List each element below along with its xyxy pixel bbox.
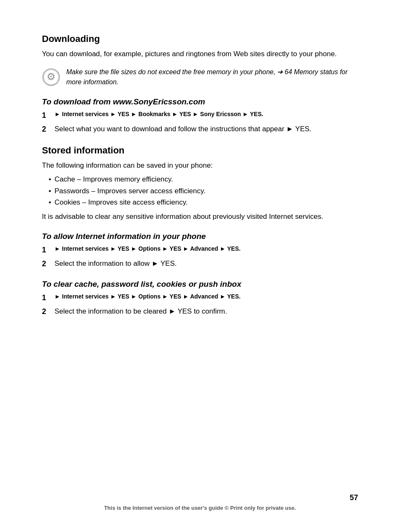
- bullet-item-3: Cookies – Improves site access efficienc…: [49, 197, 358, 208]
- step-2: 2 Select what you want to download and f…: [42, 124, 358, 135]
- step-1-content: ► Internet services ► YES ► Bookmarks ► …: [55, 110, 263, 119]
- main-body: You can download, for example, pictures …: [42, 49, 358, 60]
- section-clear-cache-steps: 1 ► Internet services ► YES ► Options ► …: [42, 292, 358, 317]
- clear-step-2-content: Select the information to be cleared ► Y…: [55, 306, 227, 317]
- allow-step-number-2: 2: [42, 258, 51, 270]
- section-allow-internet-steps: 1 ► Internet services ► YES ► Options ► …: [42, 244, 358, 270]
- allow-step-1: 1 ► Internet services ► YES ► Options ► …: [42, 244, 358, 256]
- allow-step-2-content: Select the information to allow ► YES.: [55, 258, 177, 269]
- stored-info-body: The following information can be saved i…: [42, 160, 358, 171]
- clear-step-2: 2 Select the information to be cleared ►…: [42, 306, 358, 317]
- main-title-block: Downloading You can download, for exampl…: [42, 34, 358, 87]
- section-allow-internet-title: To allow Internet information in your ph…: [42, 232, 358, 241]
- allow-step-1-content: ► Internet services ► YES ► Options ► YE…: [55, 244, 241, 253]
- section-download-sony: To download from www.SonyEricsson.com 1 …: [42, 97, 358, 135]
- allow-step-2: 2 Select the information to allow ► YES.: [42, 258, 358, 270]
- note-box: ⚙ Make sure the file sizes do not exceed…: [42, 67, 358, 87]
- step-number-1: 1: [42, 110, 51, 121]
- clear-step-1-content: ► Internet services ► YES ► Options ► YE…: [55, 292, 241, 301]
- page-footer: 57 This is the Internet version of the u…: [0, 493, 400, 511]
- step-2-content: Select what you want to download and fol…: [55, 124, 312, 135]
- footer-text: This is the Internet version of the user…: [104, 505, 296, 511]
- section-clear-cache: To clear cache, password list, cookies o…: [42, 280, 358, 317]
- svg-text:⚙: ⚙: [47, 71, 56, 82]
- step-1: 1 ► Internet services ► YES ► Bookmarks …: [42, 110, 358, 121]
- page-number: 57: [0, 493, 400, 502]
- section-stored-info: Stored information The following informa…: [42, 145, 358, 222]
- step-number-2: 2: [42, 124, 51, 135]
- clear-step-number-2: 2: [42, 306, 51, 317]
- stored-info-title: Stored information: [42, 145, 358, 156]
- main-title: Downloading: [42, 34, 358, 44]
- section-allow-internet: To allow Internet information in your ph…: [42, 232, 358, 270]
- stored-info-bullets: Cache – Improves memory efficiency. Pass…: [49, 174, 358, 208]
- section-download-sony-title: To download from www.SonyEricsson.com: [42, 97, 358, 106]
- clear-step-1: 1 ► Internet services ► YES ► Options ► …: [42, 292, 358, 304]
- note-icon: ⚙: [42, 68, 60, 86]
- clear-step-number-1: 1: [42, 292, 51, 304]
- note-text: Make sure the file sizes do not exceed t…: [66, 67, 358, 87]
- section-clear-cache-title: To clear cache, password list, cookies o…: [42, 280, 358, 289]
- allow-step-number-1: 1: [42, 244, 51, 256]
- bullet-item-1: Cache – Improves memory efficiency.: [49, 174, 358, 185]
- bullet-item-2: Passwords – Improves server access effic…: [49, 186, 358, 197]
- section-download-sony-steps: 1 ► Internet services ► YES ► Bookmarks …: [42, 110, 358, 135]
- stored-info-body2: It is advisable to clear any sensitive i…: [42, 211, 358, 222]
